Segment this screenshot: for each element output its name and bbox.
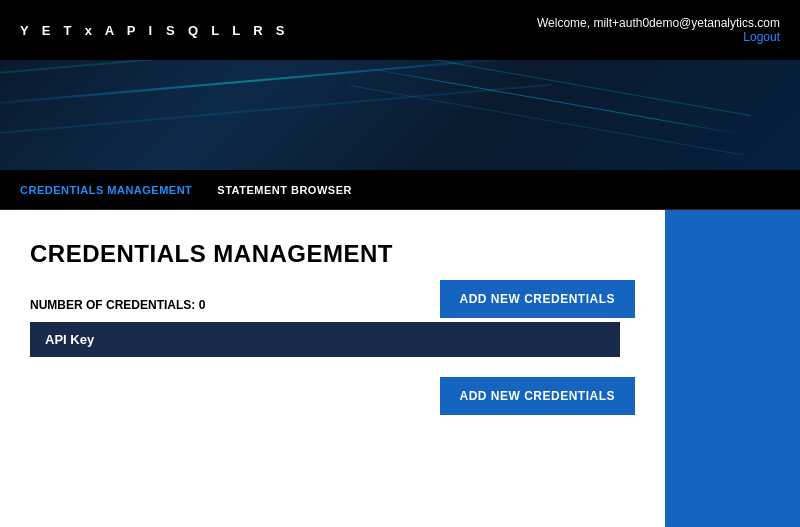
nav-bar: CREDENTIALS MANAGEMENT STATEMENT BROWSER [0,170,800,210]
credentials-count-label: NUMBER OF CREDENTIALS: [30,298,195,312]
nav-item-credentials-management[interactable]: CREDENTIALS MANAGEMENT [20,174,207,206]
main-layout: CREDENTIALS MANAGEMENT ADD NEW CREDENTIA… [0,210,800,527]
nav-item-statement-browser[interactable]: STATEMENT BROWSER [217,174,367,206]
add-credentials-button-top[interactable]: ADD NEW CREDENTIALS [440,280,636,318]
app-header: Y E T x A P I S Q L L R S Welcome, milt+… [0,0,800,60]
page-title: CREDENTIALS MANAGEMENT [30,240,635,268]
logout-link[interactable]: Logout [537,30,780,44]
logout-anchor[interactable]: Logout [743,30,780,44]
main-content: CREDENTIALS MANAGEMENT ADD NEW CREDENTIA… [0,210,665,527]
logo-text-line1: Y E T x A P I [20,23,154,38]
app-logo: Y E T x A P I S Q L L R S [20,23,298,38]
header-user-info: Welcome, milt+auth0demo@yetanalytics.com… [537,16,780,44]
credentials-table-header: API Key [30,322,620,357]
add-credentials-button-bottom[interactable]: ADD NEW CREDENTIALS [440,377,636,415]
blue-sidebar [665,210,800,527]
logo-text-line2: S Q L L R S [166,23,286,38]
hero-banner [0,60,800,170]
welcome-text: Welcome, milt+auth0demo@yetanalytics.com [537,16,780,30]
credentials-count-value: 0 [199,298,206,312]
content-area: CREDENTIALS MANAGEMENT ADD NEW CREDENTIA… [0,210,665,527]
